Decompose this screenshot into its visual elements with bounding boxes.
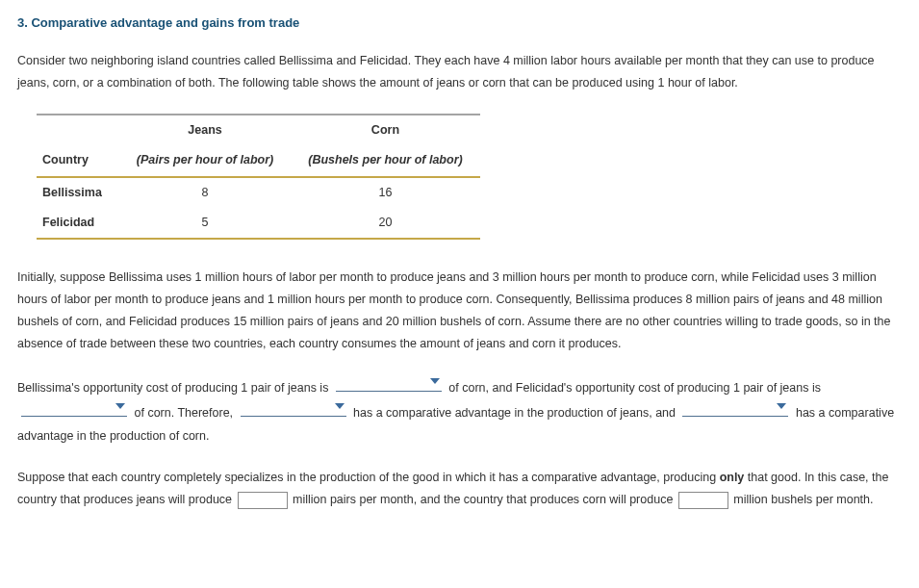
text-segment: has a comparative advantage in the produ…	[353, 406, 678, 420]
emphasis-only: only	[720, 471, 745, 484]
production-table: Jeans Corn Country (Pairs per hour of la…	[37, 114, 902, 240]
text-segment: Bellissima's opportunity cost of produci…	[17, 381, 332, 395]
col-header-corn: Corn	[291, 115, 479, 145]
intro-paragraph: Consider two neighboring island countrie…	[17, 50, 902, 94]
question-heading: 3. Comparative advantage and gains from …	[17, 12, 902, 35]
col-header-country: Country	[37, 145, 119, 176]
row-corn: 16	[291, 177, 479, 208]
table-row: Felicidad 5 20	[37, 208, 480, 239]
input-corn-output[interactable]	[678, 492, 728, 509]
scenario-paragraph: Initially, suppose Bellissima uses 1 mil…	[17, 267, 902, 356]
table-row: Bellissima 8 16	[37, 177, 480, 208]
text-segment: million pairs per month, and the country…	[293, 493, 676, 506]
chevron-down-icon	[335, 403, 345, 409]
dropdown-advantage-corn[interactable]	[682, 399, 788, 417]
sub-header-jeans: (Pairs per hour of labor)	[119, 145, 291, 176]
chevron-down-icon	[115, 403, 125, 409]
input-jeans-output[interactable]	[238, 492, 288, 509]
opportunity-cost-paragraph: Bellissima's opportunity cost of produci…	[17, 374, 902, 447]
text-segment: of corn, and Felicidad's opportunity cos…	[448, 381, 821, 395]
row-jeans: 5	[119, 208, 291, 239]
chevron-down-icon	[430, 378, 440, 384]
dropdown-advantage-jeans[interactable]	[241, 399, 346, 417]
text-segment: Suppose that each country completely spe…	[17, 471, 720, 484]
row-corn: 20	[291, 208, 479, 239]
row-country: Bellissima	[37, 177, 119, 208]
row-country: Felicidad	[37, 208, 119, 239]
row-jeans: 8	[119, 177, 291, 208]
text-segment: of corn. Therefore,	[134, 406, 236, 420]
sub-header-corn: (Bushels per hour of labor)	[291, 145, 479, 176]
dropdown-oc-bellissima[interactable]	[336, 374, 442, 392]
text-segment: million bushels per month.	[733, 493, 873, 506]
chevron-down-icon	[777, 403, 786, 409]
col-header-jeans: Jeans	[119, 115, 291, 145]
specialization-paragraph: Suppose that each country completely spe…	[17, 467, 902, 511]
dropdown-oc-felicidad[interactable]	[21, 399, 127, 417]
